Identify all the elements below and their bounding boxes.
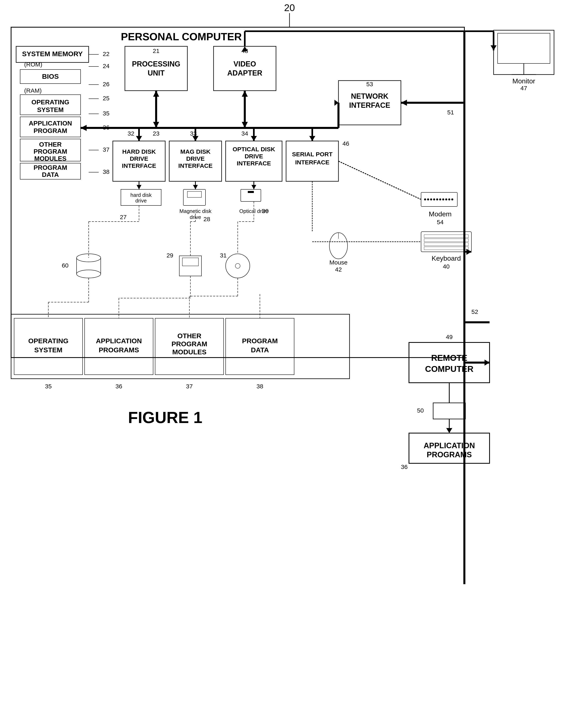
kb-row4 <box>424 247 468 250</box>
app-programs-bottom-label: APPLICATION <box>424 441 475 450</box>
floppy-slot <box>182 258 199 266</box>
ref-22: 22 <box>103 51 109 57</box>
mag-down-arrow <box>193 185 198 189</box>
remote-arrow <box>484 360 490 366</box>
fig-number: 20 <box>284 2 295 13</box>
optical-interface-label: OPTICAL DISK <box>233 146 275 153</box>
ref-47: 47 <box>520 85 527 92</box>
optical-disc-hole <box>235 263 240 268</box>
ref-38-top: 38 <box>103 168 109 175</box>
modem-light5 <box>436 199 438 201</box>
ref-42: 42 <box>335 266 342 273</box>
hdd-interface-arrow <box>136 136 142 141</box>
optical-interface-label3: INTERFACE <box>237 160 271 166</box>
optical-disc-icon <box>226 254 250 278</box>
modem-light4 <box>433 199 435 201</box>
ref-38-bottom: 38 <box>257 383 263 390</box>
kb-row3 <box>424 243 468 246</box>
serial-interface-arrow <box>309 136 315 141</box>
app-prog-label: APPLICATION <box>29 120 72 127</box>
optical-slot <box>248 191 254 193</box>
app-bottom-label2: PROGRAMS <box>99 346 139 354</box>
ram-label: (RAM) <box>24 87 42 94</box>
ref-35-bottom: 35 <box>45 383 52 390</box>
ref-35-top: 35 <box>103 110 109 116</box>
ref-24: 24 <box>103 63 109 69</box>
modem-light10 <box>451 199 453 201</box>
app-bottom-label: APPLICATION <box>96 337 142 345</box>
serial-interface-label2: INTERFACE <box>295 159 330 165</box>
hdd-interface-label3: INTERFACE <box>122 162 156 169</box>
ref-23: 23 <box>153 130 159 137</box>
ref-50: 50 <box>417 407 424 414</box>
pu-arrow-up <box>153 90 159 97</box>
ref-60: 60 <box>62 262 69 269</box>
system-memory-label: SYSTEM MEMORY <box>22 50 83 58</box>
mouse-label: Mouse <box>330 259 347 266</box>
mag-interface-label: MAG DISK <box>180 148 211 155</box>
ref-31: 31 <box>220 252 227 259</box>
other-bottom-label3: MODULES <box>172 348 207 356</box>
ref-34: 34 <box>241 130 248 137</box>
other-prog-label2: PROGRAM <box>33 148 67 155</box>
prog-data-label: PROGRAM <box>33 164 67 171</box>
serial-to-modem <box>339 161 421 200</box>
app-programs-bottom-label2: PROGRAMS <box>427 450 472 459</box>
modem-light1 <box>424 199 426 201</box>
ref-26: 26 <box>103 81 109 87</box>
optical-down-arrow <box>252 185 256 189</box>
left-arrow-head <box>81 125 87 131</box>
ni-arrow-in <box>401 100 407 106</box>
ref-51: 51 <box>447 109 454 115</box>
other-bottom-label: OTHER <box>178 332 202 340</box>
monitor-label: Monitor <box>512 77 535 85</box>
network-interface-label2: INTERFACE <box>349 101 390 109</box>
mag-interface-label2: DRIVE <box>186 155 205 162</box>
serial-interface-label: SERIAL PORT <box>292 151 333 158</box>
os-label: OPERATING <box>31 99 69 106</box>
figure-label: FIGURE 1 <box>128 409 203 426</box>
prog-data-bottom-label2: DATA <box>251 346 269 354</box>
video-adapter-label: VIDEO <box>234 60 256 68</box>
hdd-down-arrow <box>137 185 141 189</box>
hdd-interface-label: HARD DISK <box>122 148 156 155</box>
other-prog-label: OTHER <box>39 141 62 148</box>
ref-53: 53 <box>366 81 373 87</box>
connector-box <box>433 403 465 419</box>
hdd-small-label: hard disk <box>130 192 152 198</box>
network-interface-label: NETWORK <box>351 92 388 100</box>
modem-light3 <box>430 199 432 201</box>
other-bottom-label2: PROGRAM <box>172 340 207 348</box>
modem-light2 <box>427 199 429 201</box>
kb-row1 <box>424 235 468 238</box>
monitor-screen <box>498 33 550 63</box>
modem-light9 <box>448 199 450 201</box>
conn-to-app-arrow <box>446 428 452 433</box>
pc-title: PERSONAL COMPUTER <box>121 31 242 43</box>
modem-light7 <box>442 199 444 201</box>
diagram-container: 20 PERSONAL COMPUTER SYSTEM MEMORY 22 (R… <box>0 0 579 728</box>
ref-37-bottom: 37 <box>186 383 192 390</box>
mag-disk-slot <box>187 191 202 198</box>
mag-disk-label: Magnetic disk <box>180 208 212 214</box>
video-adapter-label2: ADAPTER <box>227 69 262 77</box>
ref-25: 25 <box>103 95 109 102</box>
ref-30: 30 <box>262 208 268 214</box>
ref-28: 28 <box>204 216 210 223</box>
bios-label: BIOS <box>42 73 59 80</box>
ref-49: 49 <box>446 334 452 340</box>
rom-label: (ROM) <box>24 61 42 68</box>
mag-interface-arrow <box>192 136 199 141</box>
ref-27: 27 <box>120 214 127 220</box>
va-arrow-up <box>242 90 248 97</box>
kb-row2 <box>424 239 468 242</box>
ref-36-bottom2: 36 <box>115 383 122 390</box>
os-bottom-label: OPERATING <box>28 337 69 345</box>
prog-data-bottom-label: PROGRAM <box>242 337 278 345</box>
ref-40: 40 <box>443 263 449 270</box>
monitor-arrow <box>491 45 497 50</box>
app-prog-label2: PROGRAM <box>33 127 67 134</box>
remote-computer-label: REMOTE <box>431 353 467 363</box>
modem-light6 <box>439 199 441 201</box>
ref-29: 29 <box>166 252 173 259</box>
